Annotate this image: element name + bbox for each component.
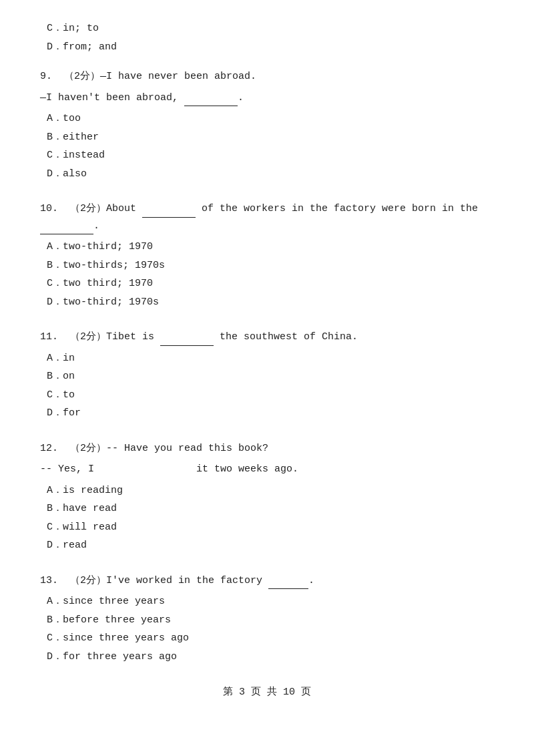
q9-option-d: D．also: [40, 166, 494, 183]
question-11: 11. （2分）Tibet is the southwest of China.…: [40, 329, 494, 422]
question-9: 9. （2分）—I have never been abroad. —I hav…: [40, 68, 494, 182]
prev-option-d: D．from; and: [40, 39, 494, 56]
q12-sub: -- Yes, I it two weeks ago.: [40, 461, 494, 478]
q11-option-b: B．on: [40, 368, 494, 385]
q13-option-a: A．since three years: [40, 593, 494, 610]
q9-sub: —I haven't been abroad, .: [40, 89, 494, 107]
q12-option-b: B．have read: [40, 500, 494, 518]
q13-option-d: D．for three years ago: [40, 648, 494, 666]
q10-option-a: A．two-third; 1970: [40, 238, 494, 256]
q10-option-b: B．two-thirds; 1970s: [40, 257, 494, 274]
question-12: 12. （2分）-- Have you read this book? -- Y…: [40, 440, 494, 554]
q11-option-d: D．for: [40, 405, 494, 422]
prev-option-c: C．in; to: [40, 20, 494, 37]
q11-option-a: A．in: [40, 350, 494, 367]
q10-option-c: C．two third; 1970: [40, 275, 494, 293]
page-footer: 第 3 页 共 10 页: [40, 685, 494, 698]
q11-stem: 11. （2分）Tibet is the southwest of China.: [40, 329, 494, 346]
q10-stem: 10. （2分）About of the workers in the fact…: [40, 200, 494, 234]
q13-stem: 13. （2分）I've worked in the factory .: [40, 572, 494, 590]
q9-stem: 9. （2分）—I have never been abroad.: [40, 68, 494, 85]
q9-option-c: C．instead: [40, 147, 494, 164]
q9-option-a: A．too: [40, 110, 494, 128]
q9-option-b: B．either: [40, 129, 494, 146]
question-13: 13. （2分）I've worked in the factory . A．s…: [40, 572, 494, 666]
page-content: C．in; to D．from; and 9. （2分）—I have neve…: [40, 20, 494, 698]
q11-option-c: C．to: [40, 387, 494, 404]
q12-option-d: D．read: [40, 537, 494, 554]
question-10: 10. （2分）About of the workers in the fact…: [40, 200, 494, 311]
q13-option-b: B．before three years: [40, 612, 494, 629]
q12-stem: 12. （2分）-- Have you read this book?: [40, 440, 494, 457]
q12-option-a: A．is reading: [40, 482, 494, 500]
q13-option-c: C．since three years ago: [40, 630, 494, 647]
q10-option-d: D．two-third; 1970s: [40, 294, 494, 311]
q12-option-c: C．will read: [40, 519, 494, 536]
